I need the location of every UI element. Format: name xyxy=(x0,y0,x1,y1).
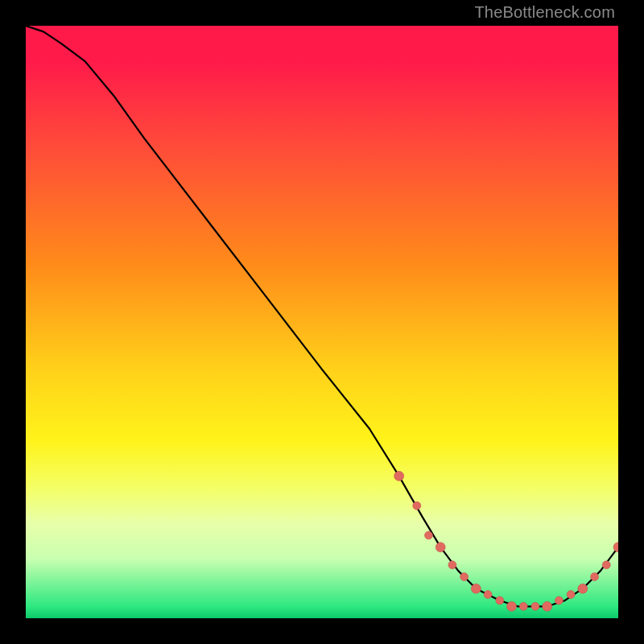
data-marker xyxy=(567,591,575,599)
plot-area xyxy=(26,26,618,618)
data-marker xyxy=(448,561,456,569)
chart-svg xyxy=(26,26,618,618)
data-markers xyxy=(394,471,618,611)
data-marker xyxy=(460,572,469,580)
data-marker xyxy=(591,572,599,580)
data-marker xyxy=(531,602,539,610)
data-marker xyxy=(413,502,421,510)
data-marker xyxy=(394,471,404,481)
data-marker xyxy=(436,543,445,552)
chart-stage: TheBottleneck.com xyxy=(0,0,644,644)
data-marker xyxy=(613,543,618,552)
data-marker xyxy=(602,561,610,569)
data-marker xyxy=(424,531,432,539)
data-marker xyxy=(484,591,492,599)
bottleneck-curve xyxy=(26,26,618,606)
data-marker xyxy=(555,597,563,605)
data-marker xyxy=(519,602,527,610)
data-marker xyxy=(543,601,552,611)
data-marker xyxy=(496,597,504,605)
data-marker xyxy=(507,601,517,611)
attribution-text: TheBottleneck.com xyxy=(474,3,615,22)
data-marker xyxy=(578,584,588,593)
data-marker xyxy=(471,584,481,593)
